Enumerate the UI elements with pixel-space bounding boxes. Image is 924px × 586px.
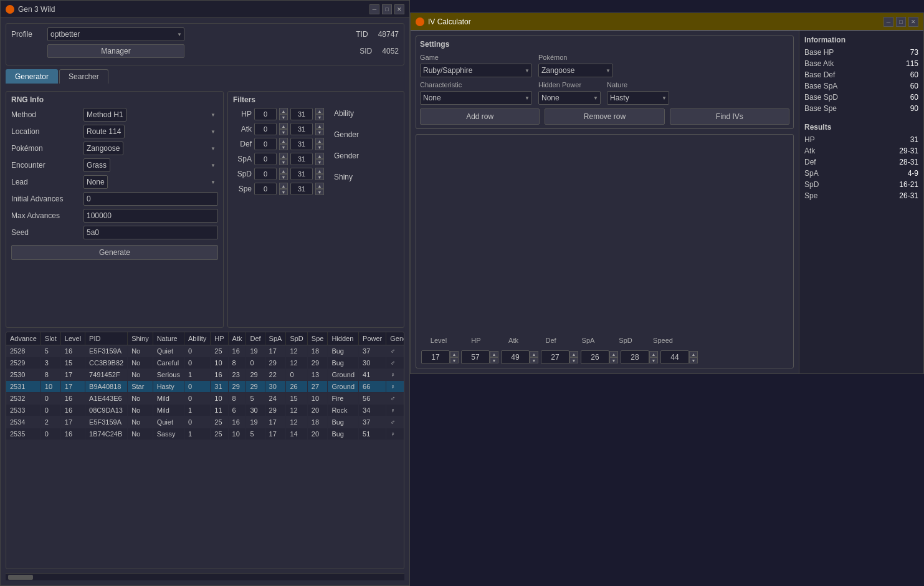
spin-up[interactable]: ▲ [649,351,658,357]
filter-hp-max[interactable] [290,108,313,120]
spin-down[interactable]: ▼ [490,357,498,363]
filter-spd-min[interactable] [254,168,277,180]
spin-up[interactable]: ▲ [315,108,324,114]
spin-up[interactable]: ▲ [279,138,288,144]
spin-up[interactable]: ▲ [279,168,288,174]
find-ivs-button[interactable]: Find IVs [670,108,789,125]
iv-def-input[interactable] [541,350,569,364]
spin-down[interactable]: ▼ [315,129,324,135]
spin-down[interactable]: ▼ [530,357,538,363]
table-row[interactable]: 253301608C9DA13NoMild111630291220Rock34♀ [6,404,404,416]
profile-select[interactable]: optbetter [47,27,184,41]
filter-atk-min[interactable] [254,123,277,135]
cell-hidden: Ground [328,380,359,392]
minimize-button[interactable]: ─ [369,4,379,14]
location-select[interactable]: Route 114 [83,125,125,138]
spin-up[interactable]: ▲ [609,351,618,357]
method-select[interactable]: Method H1 [83,108,126,122]
initial-advances-input[interactable] [83,192,218,206]
filter-def-max[interactable] [290,138,313,150]
filter-spe-min[interactable] [254,183,277,195]
tab-searcher[interactable]: Searcher [59,69,108,84]
iv-level-input[interactable] [421,350,450,364]
spin-up[interactable]: ▲ [315,153,324,159]
max-advances-input[interactable] [83,209,218,223]
spin-up[interactable]: ▲ [315,123,324,129]
filters-body: HP ▲ ▼ ▲ ▼ [233,108,399,198]
spin-down[interactable]: ▼ [315,189,324,195]
spin-down[interactable]: ▼ [689,357,698,363]
nature-select[interactable]: Hasty [607,91,669,105]
pokemon-select[interactable]: Zangoose [83,142,123,155]
filter-spd-max[interactable] [290,168,313,180]
cell-def: 5 [246,392,265,404]
spin-up[interactable]: ▲ [569,351,578,357]
spin-up[interactable]: ▲ [530,351,538,357]
filter-spe-max[interactable] [290,183,313,195]
table-row[interactable]: 25308177491452FNoSerious116232922013Grou… [6,368,404,380]
horizontal-scrollbar[interactable] [6,573,404,580]
spin-down[interactable]: ▼ [279,144,288,150]
spin-up[interactable]: ▲ [315,138,324,144]
spin-up[interactable]: ▲ [450,351,459,357]
spin-up[interactable]: ▲ [689,351,698,357]
characteristic-select[interactable]: None [420,91,532,105]
iv-spa-input[interactable] [581,350,609,364]
maximize-button[interactable]: □ [382,4,392,14]
add-row-button[interactable]: Add row [420,108,540,125]
spin-down[interactable]: ▼ [315,159,324,165]
spin-down[interactable]: ▼ [279,129,288,135]
spin-up[interactable]: ▲ [279,123,288,129]
spin-up[interactable]: ▲ [279,153,288,159]
filter-def-min[interactable] [254,138,277,150]
filter-atk-max[interactable] [290,123,313,135]
close-button[interactable]: ✕ [394,4,404,14]
filter-spa-min[interactable] [254,153,277,165]
iv-maximize-button[interactable]: □ [896,17,906,27]
encounter-select[interactable]: Grass [83,158,110,172]
seed-input[interactable] [83,226,218,239]
cell-slot: 0 [40,404,60,416]
hidden-power-select[interactable]: None [538,91,601,105]
manager-button[interactable]: Manager [47,44,184,58]
max-advances-row: Max Advances [11,209,218,223]
spin-up[interactable]: ▲ [279,108,288,114]
cell-power: 66 [359,380,386,392]
spin-down[interactable]: ▼ [279,159,288,165]
iv-hp-input[interactable] [461,350,490,364]
filter-spa-max[interactable] [290,153,313,165]
table-row[interactable]: 2529315CC3B9B82NoCareful01080291229Bug30… [6,357,404,368]
spin-down[interactable]: ▼ [315,174,324,180]
iv-close-button[interactable]: ✕ [908,17,918,27]
table-row[interactable]: 2532016A1E443E6NoMild01085241510Fire56♂ [6,392,404,404]
filter-hp-min[interactable] [254,108,277,120]
spin-down[interactable]: ▼ [279,114,288,120]
spin-down[interactable]: ▼ [649,357,658,363]
spin-up[interactable]: ▲ [490,351,498,357]
table-row[interactable]: 2528516E5F3159ANoQuiet0251619171218Bug37… [6,345,404,357]
lead-select[interactable]: None [83,175,108,189]
cell-shiny: Star [128,380,153,392]
spin-down[interactable]: ▼ [450,357,459,363]
table-row[interactable]: 25311017B9A40818StarHasty0312929302627Gr… [6,380,404,392]
spin-down[interactable]: ▼ [315,144,324,150]
spin-down[interactable]: ▼ [609,357,618,363]
spin-down[interactable]: ▼ [279,174,288,180]
game-select[interactable]: Ruby/Sapphire [420,64,532,77]
spin-up[interactable]: ▲ [315,183,324,189]
spin-up[interactable]: ▲ [279,183,288,189]
iv-pokemon-select[interactable]: Zangoose [538,64,613,77]
spin-up[interactable]: ▲ [315,168,324,174]
remove-row-button[interactable]: Remove row [545,108,664,125]
generate-button[interactable]: Generate [11,245,218,260]
spin-down[interactable]: ▼ [569,357,578,363]
spin-down[interactable]: ▼ [315,114,324,120]
iv-speed-input[interactable] [660,350,689,364]
tab-generator[interactable]: Generator [6,69,58,84]
table-row[interactable]: 25350161B74C24BNoSassy125105171420Bug51♀ [6,428,404,439]
iv-atk-input[interactable] [501,350,530,364]
iv-spd-input[interactable] [621,350,649,364]
table-row[interactable]: 2534217E5F3159ANoQuiet0251619171218Bug37… [6,416,404,428]
iv-minimize-button[interactable]: ─ [884,17,893,27]
spin-down[interactable]: ▼ [279,189,288,195]
